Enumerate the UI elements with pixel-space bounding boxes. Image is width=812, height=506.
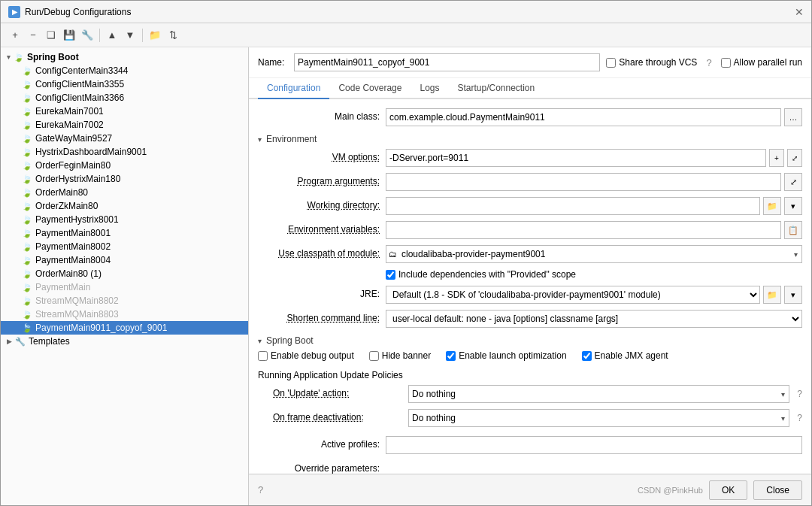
vm-options-window-button[interactable]: ⤢ (787, 149, 802, 167)
sidebar-item-eurekamain7002[interactable]: 🍃 EurekaMain7002 (1, 118, 248, 132)
sidebar-item-streammqmain8802[interactable]: 🍃 StreamMQMain8802 (1, 294, 248, 308)
ok-button[interactable]: OK (709, 480, 747, 500)
sidebar-item-templates[interactable]: ▶ 🔧 Templates (1, 335, 248, 348)
sidebar-item-label: OrderHystrixMain180 (35, 174, 120, 184)
main-class-row: Main class: … (258, 108, 802, 126)
sidebar-item-orderfeginmain80[interactable]: 🍃 OrderFeginMain80 (1, 159, 248, 172)
env-vars-input[interactable] (386, 221, 781, 239)
copy-button[interactable]: ❑ (43, 27, 59, 44)
tab-configuration[interactable]: Configuration (258, 78, 329, 99)
sidebar-item-ordermain80[interactable]: 🍃 OrderMain80 (1, 186, 248, 199)
on-frame-select-wrapper: Do nothing (408, 409, 789, 427)
folder-button[interactable]: 📁 (147, 27, 163, 44)
sidebar-item-paymenthystrix8001[interactable]: 🍃 PaymentHystrix8001 (1, 213, 248, 226)
program-args-input[interactable] (386, 173, 781, 191)
classpath-row: Use classpath of module: cloudalibaba-pr… (258, 245, 802, 263)
templates-label: Templates (29, 336, 70, 347)
working-dir-input[interactable] (386, 197, 760, 215)
sidebar-group-spring-boot[interactable]: ▾ 🍃 Spring Boot (1, 50, 248, 64)
sidebar-item-label: OrderFeginMain80 (35, 160, 111, 171)
close-window-button[interactable]: ✕ (795, 6, 804, 18)
share-vcs-help-icon[interactable]: ? (706, 57, 711, 68)
sidebar-item-paymentmain8004[interactable]: 🍃 PaymentMain8004 (1, 253, 248, 267)
share-vcs-checkbox[interactable] (606, 58, 616, 68)
hide-banner-checkbox-label[interactable]: Hide banner (369, 350, 431, 361)
working-dir-folder-button[interactable]: 📁 (763, 197, 781, 215)
sidebar-item-gatewaymain9527[interactable]: 🍃 GateWayMain9527 (1, 132, 248, 145)
payment-icon: 🍃 (22, 283, 32, 292)
enable-launch-checkbox[interactable] (446, 351, 456, 361)
allow-parallel-checkbox-label[interactable]: Allow parallel run (721, 57, 802, 68)
tab-logs[interactable]: Logs (411, 78, 448, 99)
sort-button[interactable]: ⇅ (165, 27, 181, 44)
program-args-expand-button[interactable]: ⤢ (784, 173, 802, 191)
toolbar: + − ❑ 💾 🔧 ▲ ▼ 📁 ⇅ (1, 23, 811, 47)
shorten-select[interactable]: user-local default: none - java [options… (386, 310, 802, 328)
on-frame-select[interactable]: Do nothing (408, 409, 789, 427)
allow-parallel-checkbox[interactable] (721, 58, 731, 68)
enable-debug-checkbox[interactable] (258, 351, 268, 361)
group-arrow-icon: ▾ (7, 53, 11, 61)
settings-button[interactable]: 🔧 (79, 27, 95, 44)
move-up-button[interactable]: ▲ (104, 27, 120, 44)
right-panel: Name: Share through VCS ? Allow parallel… (249, 47, 811, 505)
jre-expand-button[interactable]: ▾ (784, 286, 802, 304)
active-profiles-input[interactable] (386, 436, 802, 454)
sidebar-item-configclientmain3366[interactable]: 🍃 ConfigClientMain3366 (1, 91, 248, 105)
on-frame-help-icon[interactable]: ? (797, 413, 802, 423)
jre-folder-button[interactable]: 📁 (763, 286, 781, 304)
sidebar-item-label: PaymentMain9011_copyof_9001 (35, 323, 167, 333)
enable-jmx-checkbox-label[interactable]: Enable JMX agent (582, 350, 668, 361)
close-button[interactable]: Close (753, 480, 802, 500)
share-vcs-label: Share through VCS (619, 57, 697, 68)
hide-banner-checkbox[interactable] (369, 351, 379, 361)
sidebar-item-label: ConfigCenterMain3344 (35, 65, 128, 76)
main-class-input[interactable] (386, 108, 781, 126)
help-button[interactable]: ? (258, 484, 263, 495)
env-vars-edit-button[interactable]: 📋 (784, 221, 802, 239)
sidebar-item-ordermain80-1[interactable]: 🍃 OrderMain80 (1) (1, 267, 248, 280)
bottom-bar: ? CSDN @PinkHub OK Close (249, 474, 811, 505)
enable-debug-checkbox-label[interactable]: Enable debug output (258, 350, 354, 361)
sidebar-item-paymentmain[interactable]: 🍃 PaymentMain (1, 280, 248, 294)
tab-code-coverage[interactable]: Code Coverage (329, 78, 411, 99)
sidebar-item-paymentmain8002[interactable]: 🍃 PaymentMain8002 (1, 240, 248, 253)
enable-jmx-checkbox[interactable] (582, 351, 592, 361)
jre-select[interactable]: Default (1.8 - SDK of 'cloudalibaba-prov… (386, 286, 760, 304)
vm-options-expand-button[interactable]: + (769, 149, 784, 167)
environment-arrow-icon[interactable]: ▾ (258, 135, 262, 144)
save-button[interactable]: 💾 (61, 27, 77, 44)
templates-icon: 🔧 (15, 337, 26, 347)
sidebar-item-hystrixdashboard[interactable]: 🍃 HystrixDashboardMain9001 (1, 145, 248, 159)
on-update-help-icon[interactable]: ? (797, 389, 802, 399)
add-button[interactable]: + (7, 27, 23, 44)
include-deps-checkbox[interactable] (386, 270, 395, 280)
sidebar-item-paymentmain9011[interactable]: 🍃 PaymentMain9011_copyof_9001 (1, 321, 248, 335)
sidebar-item-label: PaymentMain (35, 282, 90, 292)
working-dir-expand-button[interactable]: ▾ (784, 197, 802, 215)
sidebar-item-eurekamain7001[interactable]: 🍃 EurekaMain7001 (1, 105, 248, 118)
include-deps-checkbox-label[interactable]: Include dependencies with "Provided" sco… (386, 269, 576, 280)
main-class-label: Main class: (258, 108, 386, 122)
sidebar-item-configcentermain3344[interactable]: 🍃 ConfigCenterMain3344 (1, 64, 248, 77)
order-icon: 🍃 (22, 188, 32, 198)
name-input[interactable] (294, 53, 600, 71)
share-vcs-checkbox-label[interactable]: Share through VCS (606, 57, 697, 68)
vm-options-input[interactable] (386, 149, 766, 167)
enable-launch-checkbox-label[interactable]: Enable launch optimization (446, 350, 566, 361)
on-update-row: On 'Update' action: Do nothing ? (258, 385, 802, 403)
sidebar-item-orderzkmain80[interactable]: 🍃 OrderZkMain80 (1, 199, 248, 213)
main-content: ▾ 🍃 Spring Boot 🍃 ConfigCenterMain3344 🍃… (1, 47, 811, 505)
sidebar-item-configclientmain3355[interactable]: 🍃 ConfigClientMain3355 (1, 77, 248, 91)
move-down-button[interactable]: ▼ (122, 27, 138, 44)
classpath-select[interactable]: cloudalibaba-provider-payment9001 (386, 245, 802, 263)
on-update-select[interactable]: Do nothing (408, 385, 789, 403)
main-class-browse-button[interactable]: … (784, 108, 802, 126)
remove-button[interactable]: − (25, 27, 41, 44)
sidebar-item-orderhystrixmain180[interactable]: 🍃 OrderHystrixMain180 (1, 172, 248, 186)
sidebar-item-streammqmain8803[interactable]: 🍃 StreamMQMain8803 (1, 308, 248, 321)
spring-boot-arrow-icon[interactable]: ▾ (258, 337, 262, 345)
tab-startup-connection[interactable]: Startup/Connection (448, 78, 544, 99)
sidebar-item-label: PaymentMain8001 (35, 228, 111, 238)
sidebar-item-paymentmain8001[interactable]: 🍃 PaymentMain8001 (1, 226, 248, 240)
